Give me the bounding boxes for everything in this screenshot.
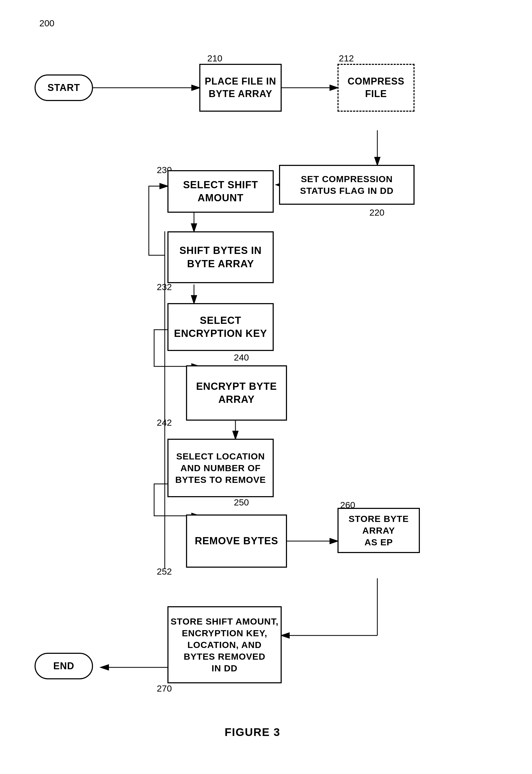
- label-240: 240: [234, 352, 249, 363]
- figure-caption: FIGURE 3: [186, 726, 319, 739]
- store-shift-amount-node: STORE SHIFT AMOUNT,ENCRYPTION KEY,LOCATI…: [167, 606, 282, 683]
- diagram-container: 200 START 210 PLACE FILE INBYTE ARRAY 21…: [0, 0, 532, 774]
- store-byte-array-node: STORE BYTE ARRAYAS EP: [337, 508, 420, 553]
- end-node: END: [35, 653, 93, 679]
- label-250: 250: [234, 497, 249, 508]
- label-252: 252: [157, 566, 172, 577]
- compress-file-node: COMPRESSFILE: [337, 64, 415, 112]
- place-file-node: PLACE FILE INBYTE ARRAY: [199, 64, 282, 112]
- label-200: 200: [39, 18, 54, 28]
- select-shift-node: SELECT SHIFTAMOUNT: [167, 170, 274, 213]
- start-node: START: [35, 74, 93, 101]
- label-242: 242: [157, 418, 172, 428]
- label-270: 270: [157, 683, 172, 694]
- label-212: 212: [339, 53, 354, 64]
- shift-bytes-node: SHIFT BYTES INBYTE ARRAY: [167, 231, 274, 283]
- encrypt-byte-node: ENCRYPT BYTEARRAY: [186, 365, 287, 421]
- remove-bytes-node: REMOVE BYTES: [186, 515, 287, 568]
- label-232: 232: [157, 282, 172, 292]
- label-220: 220: [369, 207, 385, 218]
- label-210: 210: [207, 53, 222, 64]
- select-encryption-node: SELECTENCRYPTION KEY: [167, 303, 274, 351]
- set-compression-node: SET COMPRESSIONSTATUS FLAG IN DD: [279, 165, 415, 205]
- select-location-node: SELECT LOCATIONAND NUMBER OFBYTES TO REM…: [167, 439, 274, 497]
